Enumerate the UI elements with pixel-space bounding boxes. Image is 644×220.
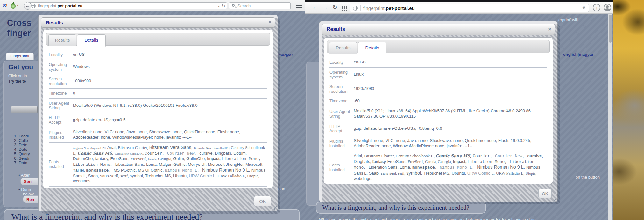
dialog-titlebar[interactable]: Results ×	[41, 17, 275, 28]
chevron-down-icon[interactable]: ▾	[218, 4, 220, 8]
ok-button[interactable]: OK	[254, 196, 271, 206]
font-name: Loma,	[146, 162, 159, 167]
back-button[interactable]: ←	[24, 2, 32, 10]
font-name: Meiryo UI,	[188, 162, 208, 167]
scrollbar-thumb[interactable]	[609, 15, 612, 43]
account-avatar-icon[interactable]	[604, 4, 611, 11]
list-item: 2. Colle	[14, 138, 30, 143]
close-icon[interactable]: ×	[268, 19, 272, 26]
font-name: sans-serif,	[100, 173, 120, 178]
font-name: cursive,	[199, 151, 215, 156]
url-text: fingerprint.pet-portal.eu	[363, 5, 415, 11]
detail-value: Arial, Bitstream Charter, Century School…	[354, 153, 547, 181]
intro-paragraph: While we browse the web, most web pages …	[319, 217, 536, 220]
font-name: URW Gothic L,	[467, 171, 496, 176]
detail-row: Localityen-GB	[329, 57, 547, 68]
list-item: 1. Loadi	[14, 134, 30, 138]
font-name: GulimChe,	[186, 156, 207, 161]
resize-handle[interactable]	[552, 197, 556, 201]
list-item: 6. Sendi	[14, 156, 30, 161]
speed-dial-icon[interactable]	[342, 6, 343, 8]
tab-details[interactable]: Details	[77, 34, 106, 47]
resize-handle[interactable]	[272, 206, 277, 210]
text-fragment: on the button	[576, 175, 600, 180]
font-name: cursive,	[527, 153, 543, 158]
bookmark-heart-icon[interactable]: ♥	[582, 5, 585, 11]
page-title-line1: Cross	[7, 18, 32, 28]
site-globe-icon	[353, 6, 358, 11]
font-name: Gulim,	[173, 156, 186, 161]
detail-row: HTTP Acceptgzip, deflate, lzma en-GB,en-…	[329, 121, 547, 136]
tab-results[interactable]: Results	[329, 42, 357, 54]
detail-row: HTTP Acceptgzip, deflate en-US,en;q=0.5	[49, 113, 267, 127]
font-name: symbol,	[406, 171, 423, 176]
list-item: 5. Query	[14, 152, 30, 156]
close-icon[interactable]: ×	[548, 26, 551, 33]
detail-label: HTTP Accept	[329, 124, 354, 133]
left-toolbar: S! ▾ ← fingerprint.pet-portal.eu ▾ ↻ Sea…	[0, 0, 305, 11]
scrollbar[interactable]	[608, 14, 612, 220]
font-name: Bitstream Charter,	[118, 145, 149, 150]
detail-value: en-GB	[354, 60, 547, 65]
detail-row: Operating systemLinux	[329, 68, 547, 82]
dialog-title: Results	[327, 26, 345, 32]
detail-label: Screen resolution	[49, 77, 73, 86]
detail-row: Timezone-60	[329, 96, 547, 106]
dialog-titlebar[interactable]: Results ×	[322, 24, 555, 35]
tab-fingerprint[interactable]: Fingerprint	[6, 53, 34, 60]
font-name: MS PGothic,	[114, 168, 138, 172]
tab-results[interactable]: Results	[48, 34, 76, 46]
tab-details[interactable]: Details	[358, 42, 386, 54]
detail-row: User Agent StringMozilla/5.0 (X11; Linux…	[329, 106, 547, 121]
detail-value: gzip, deflate en-US,en;q=0.5	[73, 117, 267, 123]
reload-icon[interactable]: ↻	[333, 4, 337, 11]
forward-icon[interactable]: →	[322, 4, 328, 11]
detail-row: Operating systemWindows	[49, 60, 267, 74]
test-button-fragment[interactable]	[11, 106, 38, 113]
font-name: Liberation Sans,	[115, 162, 146, 167]
tab-bar: Results Details	[46, 33, 270, 46]
font-name: monospace,	[86, 168, 114, 172]
right-toolbar: ← → ↻ fingerprint.pet-portal.eu ♥ ↓	[305, 2, 613, 14]
detail-row: Screen resolution1920x1080	[329, 82, 547, 96]
search-input[interactable]: Search	[229, 2, 291, 9]
font-name: Liberation Mono,	[73, 162, 115, 167]
left-browser-window: S! ▾ ← fingerprint.pet-portal.eu ▾ ↻ Sea…	[0, 0, 305, 220]
chevron-down-icon[interactable]: ▾	[17, 4, 18, 7]
url-bar[interactable]: fingerprint.pet-portal.eu ♥	[350, 4, 589, 12]
detail-row: Screen resolution1000x900	[49, 74, 267, 89]
font-name: monospace,	[412, 165, 440, 170]
detail-value: Mozilla/5.0 (X11; Linux x86_64) AppleWeb…	[354, 108, 547, 119]
onion-icon[interactable]	[11, 3, 16, 9]
menu-icon[interactable]	[296, 4, 302, 4]
reload-icon[interactable]: ↻	[222, 3, 225, 8]
detail-label: User Agent String	[329, 109, 354, 119]
right-browser-window: ← → ↻ fingerprint.pet-portal.eu ♥ ↓ erpr…	[305, 0, 613, 220]
screen: S! ▾ ← fingerprint.pet-portal.eu ▾ ↻ Sea…	[0, 0, 644, 220]
font-name: Liberation Mono,	[222, 157, 261, 161]
font-name: BrowalliaUPC,	[213, 146, 231, 150]
search-icon	[232, 4, 235, 7]
language-links[interactable]: english|magyar	[563, 52, 593, 57]
font-name: Liberation Mono,	[467, 159, 510, 164]
page-title-line2: finger	[7, 28, 31, 38]
download-icon[interactable]: ↓	[593, 4, 600, 11]
addon-icon[interactable]: S!	[3, 3, 8, 8]
font-name: Bitstream Charter,	[364, 153, 396, 158]
detail-label: Locality	[329, 60, 354, 65]
url-bar[interactable]: fingerprint.pet-portal.eu ▾ ↻	[28, 2, 227, 9]
font-name: webdings,	[354, 176, 372, 181]
text-fragment: erprint' will	[558, 18, 578, 22]
detail-value: 1920x1080	[354, 86, 547, 92]
detail-value: gzip, deflate, lzma en-GB,en-US;q=0.8,en…	[354, 126, 547, 131]
bullet-item: After	[18, 173, 30, 178]
detail-label: Timezone	[49, 91, 73, 96]
back-icon[interactable]: ←	[312, 4, 318, 11]
list-item: 3. Dete	[14, 143, 30, 147]
ok-button[interactable]: OK	[538, 189, 552, 198]
language-link-magyar[interactable]: magyar	[278, 53, 293, 57]
font-name: Georgia,	[438, 159, 453, 164]
font-name: Liberation Sans,	[369, 165, 400, 170]
tab-bar: Results Details	[327, 40, 550, 53]
font-name: Trebuchet MS,	[145, 173, 173, 178]
